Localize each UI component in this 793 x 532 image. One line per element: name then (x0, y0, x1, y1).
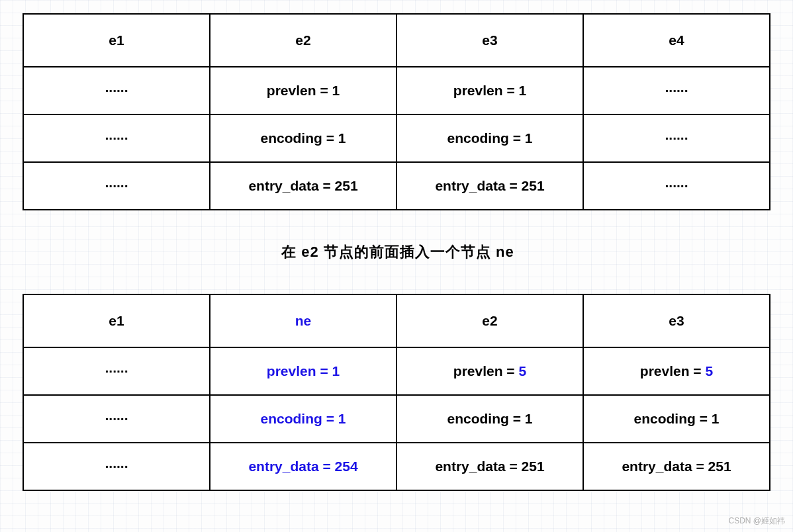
cell: prevlen = 1 (396, 67, 583, 114)
table-row: ······ encoding = 1 encoding = 1 encodin… (23, 395, 770, 443)
col-header: e3 (583, 294, 770, 347)
watermark: CSDN @姬如祎 (728, 515, 785, 527)
cell: ······ (23, 395, 210, 443)
table-after-insert: e1 ne e2 e3 ······ prevlen = 1 prevlen =… (23, 294, 770, 491)
cell: prevlen = 1 (210, 67, 396, 114)
cell: ······ (583, 67, 770, 114)
col-header: ne (210, 294, 396, 347)
table-row: ······ entry_data = 254 entry_data = 251… (23, 443, 770, 490)
col-header: e2 (210, 14, 396, 67)
table-row: ······ prevlen = 1 prevlen = 5 prevlen =… (23, 347, 770, 395)
table-row: ······ encoding = 1 encoding = 1 ······ (23, 114, 770, 162)
diagram-caption: 在 e2 节点的前面插入一个节点 ne (23, 242, 773, 262)
cell: prevlen = 5 (396, 347, 583, 395)
cell: ······ (23, 347, 210, 395)
cell: prevlen = 5 (583, 347, 770, 395)
cell: entry_data = 251 (583, 443, 770, 490)
table-before-insert: e1 e2 e3 e4 ······ prevlen = 1 prevlen =… (23, 13, 770, 210)
cell: ······ (23, 162, 210, 210)
table-header-row: e1 e2 e3 e4 (23, 14, 770, 67)
cell: prevlen = 1 (210, 347, 396, 395)
cell: ······ (23, 67, 210, 114)
table-header-row: e1 ne e2 e3 (23, 294, 770, 347)
cell: encoding = 1 (210, 114, 396, 162)
cell: ······ (23, 114, 210, 162)
cell: encoding = 1 (210, 395, 396, 443)
cell: entry_data = 251 (396, 162, 583, 210)
col-header: e1 (23, 14, 210, 67)
cell: encoding = 1 (583, 395, 770, 443)
cell: encoding = 1 (396, 395, 583, 443)
table-row: ······ prevlen = 1 prevlen = 1 ······ (23, 67, 770, 114)
cell: encoding = 1 (396, 114, 583, 162)
cell: entry_data = 251 (210, 162, 396, 210)
table-row: ······ entry_data = 251 entry_data = 251… (23, 162, 770, 210)
cell: ······ (23, 443, 210, 490)
col-header: e3 (396, 14, 583, 67)
col-header: e2 (396, 294, 583, 347)
col-header: e1 (23, 294, 210, 347)
cell: entry_data = 254 (210, 443, 396, 490)
col-header: e4 (583, 14, 770, 67)
cell: ······ (583, 162, 770, 210)
cell: entry_data = 251 (396, 443, 583, 490)
cell: ······ (583, 114, 770, 162)
